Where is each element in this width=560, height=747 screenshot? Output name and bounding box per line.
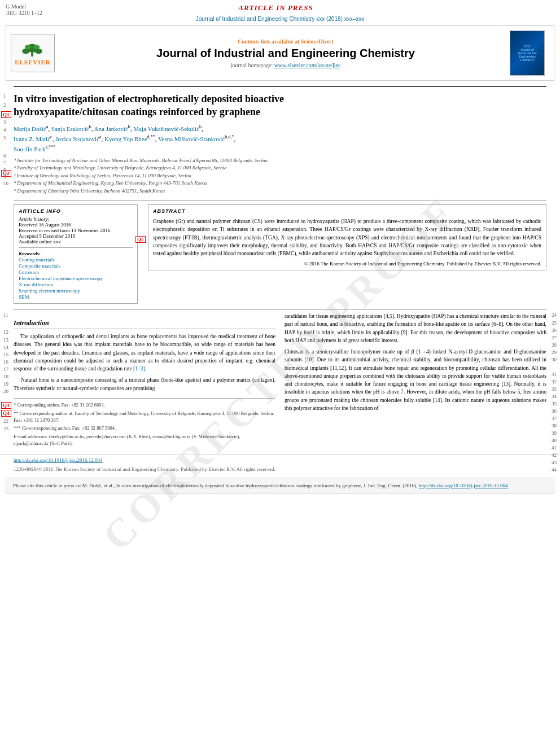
line-num-19: 19 bbox=[3, 381, 8, 387]
line-num-14: 14 bbox=[3, 344, 8, 350]
abstract-text: Graphene (Gr) and natural polymer chitos… bbox=[153, 217, 541, 257]
footnote-3: *** Co-corresponding author. Fax: +82 32… bbox=[14, 425, 275, 432]
line-num-25: 25 bbox=[552, 320, 557, 326]
body-left-col: 11 Introduction 12 13 14 15 16 17 18 19 … bbox=[14, 312, 275, 449]
affiliation-e: ᵉ Department of Chemistry Inha Universit… bbox=[14, 187, 546, 195]
line-num-5: 5 bbox=[3, 135, 6, 141]
keyword-sem-full: Scanning electron microscopy bbox=[19, 288, 133, 294]
line-num-16: 16 bbox=[3, 359, 8, 365]
authors-list: Marija Đošića, Sanja Erakovićb, Ana Jank… bbox=[14, 124, 546, 155]
top-header: G Model JIEC 3210 1–12 ARTICLE IN PRESS bbox=[0, 0, 560, 16]
affiliation-b: ᵇ Faculty of Technology and Metallurgy, … bbox=[14, 164, 546, 172]
line-num-32: 32 bbox=[552, 379, 557, 385]
keyword-eis: Electrochemical impedance spectroscopy bbox=[19, 276, 133, 281]
abstract-column: Q5 ABSTRACT Graphene (Gr) and natural po… bbox=[148, 204, 546, 304]
line-num-36: 36 bbox=[552, 408, 557, 414]
body-section: 11 Introduction 12 13 14 15 16 17 18 19 … bbox=[14, 312, 546, 449]
q4-marker: Q4 bbox=[1, 410, 11, 417]
q1-marker: Q1 bbox=[1, 111, 11, 118]
copyright-footer: 1226-086X/© 2016 The Korean Society of I… bbox=[0, 465, 560, 473]
article-info-box: ARTICLE INFO Article history: Received 1… bbox=[14, 204, 138, 304]
line-num-12: 12 bbox=[3, 329, 8, 335]
line-num-13: 13 bbox=[3, 337, 8, 343]
accepted-date: Accepted 5 December 2016 bbox=[19, 233, 133, 239]
available-date: Available online xxx bbox=[19, 239, 133, 244]
article-info-title: ARTICLE INFO bbox=[19, 208, 133, 214]
article-info-column: ARTICLE INFO Article history: Received 1… bbox=[14, 204, 138, 304]
keyword-corrosion: Corrosion bbox=[19, 269, 133, 275]
right-paragraph-2: Chitosan is a semicrystalline homopolyme… bbox=[285, 348, 546, 412]
line-num-31: 31 bbox=[552, 372, 557, 377]
line-num-33: 33 bbox=[552, 386, 557, 392]
main-content: 1 2 Q1 In vitro investigation of electro… bbox=[0, 86, 560, 449]
keyword-xrd: X-ray diffraction bbox=[19, 282, 133, 287]
model-label: G Model JIEC 3210 1–12 bbox=[6, 3, 42, 16]
svg-point-5 bbox=[33, 45, 40, 50]
footnote-2: ** Co-corresponding author at: Faculty o… bbox=[14, 410, 275, 424]
body-paragraph-2: Natural bone is a nanocomposite consisti… bbox=[14, 376, 275, 392]
svg-point-3 bbox=[35, 49, 42, 54]
info-abstract-section: ARTICLE INFO Article history: Received 1… bbox=[14, 204, 546, 304]
elsevier-logo-box: ELSEVIER bbox=[11, 34, 55, 72]
footnote-area: Q3 Q4 * Corresponding author. Fax: +82 3… bbox=[14, 398, 275, 447]
line-num-28: 28 bbox=[552, 342, 557, 348]
info-divider bbox=[19, 247, 133, 248]
line-num-18: 18 bbox=[3, 374, 8, 379]
homepage-link[interactable]: www.elsevier.com/locate/jiec bbox=[274, 62, 341, 68]
doi-link[interactable]: http://dx.doi.org/10.1016/j.jiec.2016.12… bbox=[14, 457, 103, 463]
citation-doi-link[interactable]: http://dx.doi.org/10.1016/j.jiec.2016.12… bbox=[419, 483, 508, 488]
line-num-34: 34 bbox=[552, 394, 557, 399]
section-divider bbox=[14, 200, 546, 201]
line-num-3: 3 bbox=[3, 119, 6, 125]
journal-title: Journal of Industrial and Engineering Ch… bbox=[62, 47, 510, 60]
history-label: Article history: bbox=[19, 216, 133, 222]
footnote-emails: E-mail addresses: rheeky@khu.ac.kr, jove… bbox=[14, 434, 275, 447]
line-num-8: 8 bbox=[3, 167, 6, 173]
line-num-29: 29 bbox=[552, 350, 557, 355]
affiliation-c: ᶜ Institute of Oncology and Radiology of… bbox=[14, 172, 546, 180]
line-num-41: 41 bbox=[552, 445, 557, 451]
journal-homepage: journal homepage: www.elsevier.com/locat… bbox=[62, 62, 510, 68]
q5-marker: Q5 bbox=[135, 236, 146, 243]
journal-ref-line: Journal of Industrial and Engineering Ch… bbox=[6, 16, 554, 22]
body-paragraph-1: The application of orthopedic and dental… bbox=[14, 333, 275, 373]
line-num-30: 30 bbox=[552, 357, 557, 362]
line-num-2: 2 bbox=[3, 102, 6, 108]
received-date: Received 16 August 2016 bbox=[19, 222, 133, 228]
body-right-col: 24 25 26 27 28 29 30 31 32 33 34 35 36 3… bbox=[285, 312, 546, 449]
line-num-26: 26 bbox=[552, 327, 557, 333]
line-num-37: 37 bbox=[552, 416, 557, 421]
line-num-38: 38 bbox=[552, 423, 557, 429]
footnote-1: * Corresponding author. Fax: +82 31 202 … bbox=[14, 402, 275, 409]
journal-logo-left: ELSEVIER bbox=[11, 34, 62, 72]
line-num-35: 35 bbox=[552, 401, 557, 407]
aip-banner-top: ARTICLE IN PRESS bbox=[238, 3, 313, 12]
line-num-20: 20 bbox=[3, 388, 8, 394]
line-num-1: 1 bbox=[3, 93, 6, 99]
keywords-section: Keywords: Coating materials Composite ma… bbox=[19, 251, 133, 300]
affiliation-d: ᵈ Department of Mechanical Engineering, … bbox=[14, 180, 546, 187]
line-num-15: 15 bbox=[3, 352, 8, 357]
journal-header: ELSEVIER Contents lists available at Sci… bbox=[6, 25, 554, 81]
elsevier-tree-icon bbox=[19, 41, 47, 58]
elsevier-text: ELSEVIER bbox=[15, 59, 51, 65]
abstract-box: ABSTRACT Graphene (Gr) and natural polym… bbox=[148, 204, 546, 270]
line-num-17: 17 bbox=[3, 366, 8, 372]
line-num-23: 23 bbox=[3, 426, 8, 431]
affiliation-a: ᵃ Institute for Technology of Nuclear an… bbox=[14, 157, 546, 165]
line-num-11: 11 bbox=[3, 312, 8, 318]
affiliations: ᵃ Institute for Technology of Nuclear an… bbox=[14, 157, 546, 195]
body-divider bbox=[14, 309, 546, 310]
abstract-title: ABSTRACT bbox=[153, 208, 541, 214]
keywords-title: Keywords: bbox=[19, 251, 41, 256]
line-num-24: 24 bbox=[552, 312, 557, 318]
line-num-44: 44 bbox=[552, 467, 557, 473]
line-num-6: 6 bbox=[3, 153, 6, 159]
journal-center: Contents lists available at ScienceDirec… bbox=[62, 38, 510, 68]
line-num-42: 42 bbox=[552, 452, 557, 458]
right-paragraph-1: candidates for tissue engineering applic… bbox=[285, 312, 546, 344]
revised-date: Received in revised form 13 November 201… bbox=[19, 228, 133, 233]
abstract-copyright: © 2016 The Korean Society of Industrial … bbox=[153, 261, 541, 267]
citation-box: Please cite this article in press as: M.… bbox=[6, 478, 554, 493]
doi-footer: http://dx.doi.org/10.1016/j.jiec.2016.12… bbox=[0, 455, 560, 465]
